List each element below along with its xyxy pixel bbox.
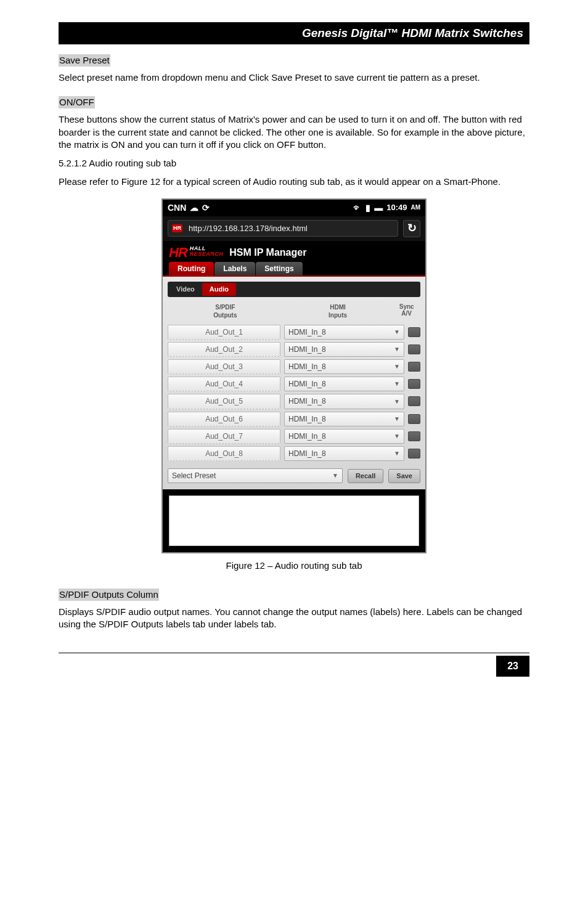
spdif-heading: S/PDIF Outputs Column — [59, 589, 159, 601]
chevron-down-icon: ▼ — [394, 449, 400, 458]
app-title: HSM IP Manager — [229, 246, 306, 259]
spdif-body: Displays S/PDIF audio output names. You … — [59, 606, 529, 631]
sub-tabs: Video Audio — [168, 282, 420, 297]
table-header: S/PDIF Outputs HDMI Inputs Sync A/V — [168, 301, 420, 322]
audio-row: Aud_Out_3HDMI_In_8▼ — [168, 359, 420, 374]
figure-caption: Figure 12 – Audio routing sub tab — [59, 560, 529, 572]
status-ampm: AM — [410, 203, 420, 212]
tab-routing[interactable]: Routing — [169, 262, 214, 275]
doc-title: Genesis Digital™ HDMI Matrix Switches — [302, 26, 523, 39]
page-number: 23 — [496, 656, 529, 677]
footer: 23 — [59, 653, 529, 677]
onoff-body: These buttons show the current status of… — [59, 113, 529, 151]
sync-av-toggle[interactable] — [408, 362, 420, 372]
output-label: Aud_Out_7 — [168, 429, 280, 444]
input-select[interactable]: HDMI_In_8▼ — [284, 377, 404, 391]
app-header: HR HALL RESEARCH HSM IP Manager — [163, 241, 425, 262]
reload-icon: ↻ — [407, 221, 417, 235]
audio-row: Aud_Out_6HDMI_In_8▼ — [168, 412, 420, 426]
hr-logo: HR HALL RESEARCH — [169, 246, 223, 259]
audio-row: Aud_Out_7HDMI_In_8▼ — [168, 429, 420, 444]
recall-button[interactable]: Recall — [348, 469, 383, 483]
input-select[interactable]: HDMI_In_8▼ — [284, 412, 404, 426]
chevron-down-icon: ▼ — [394, 380, 400, 388]
status-bar: CNN ☁ ⟳ ᯤ ▮ ▬ 10:49AM — [163, 200, 425, 216]
input-select[interactable]: HDMI_In_8▼ — [284, 446, 404, 461]
output-label: Aud_Out_8 — [168, 446, 280, 461]
sync-av-toggle[interactable] — [408, 327, 420, 337]
tab-settings[interactable]: Settings — [256, 262, 302, 275]
subtab-audio[interactable]: Audio — [202, 283, 236, 296]
reload-button[interactable]: ↻ — [403, 220, 420, 237]
battery-icon: ▬ — [374, 202, 383, 214]
chevron-down-icon: ▼ — [394, 345, 400, 354]
onoff-heading: ON/OFF — [59, 96, 95, 108]
sync-av-toggle[interactable] — [408, 414, 420, 424]
weather-icon: ☁ — [190, 202, 198, 214]
output-label: Aud_Out_6 — [168, 412, 280, 426]
save-preset-body: Select preset name from dropdown menu an… — [59, 71, 529, 84]
audio-row: Aud_Out_1HDMI_In_8▼ — [168, 325, 420, 340]
audio-row: Aud_Out_4HDMI_In_8▼ — [168, 377, 420, 391]
input-select[interactable]: HDMI_In_8▼ — [284, 359, 404, 374]
save-button[interactable]: Save — [388, 469, 420, 483]
sync-av-toggle[interactable] — [408, 449, 420, 459]
browser-url-bar: HR http://192.168.123.178/index.html ↻ — [163, 216, 425, 241]
input-select[interactable]: HDMI_In_8▼ — [284, 342, 404, 357]
audio-subtab-body: Please refer to Figure 12 for a typical … — [59, 176, 529, 188]
output-label: Aud_Out_4 — [168, 377, 280, 391]
output-label: Aud_Out_3 — [168, 359, 280, 374]
phone-screenshot: CNN ☁ ⟳ ᯤ ▮ ▬ 10:49AM HR http://192.168.… — [161, 198, 427, 554]
subtab-video[interactable]: Video — [169, 283, 202, 296]
doc-header-bar: Genesis Digital™ HDMI Matrix Switches — [59, 22, 529, 44]
main-tabs: Routing Labels Settings — [163, 262, 425, 277]
output-label: Aud_Out_1 — [168, 325, 280, 340]
sync-av-toggle[interactable] — [408, 396, 420, 406]
signal-icon: ▮ — [365, 202, 370, 214]
chevron-down-icon: ▼ — [394, 432, 400, 441]
output-label: Aud_Out_2 — [168, 342, 280, 357]
sync-av-toggle[interactable] — [408, 431, 420, 441]
tab-labels[interactable]: Labels — [214, 262, 255, 275]
audio-row: Aud_Out_8HDMI_In_8▼ — [168, 446, 420, 461]
sync-av-toggle[interactable] — [408, 344, 420, 354]
cnn-icon: CNN — [168, 202, 186, 214]
audio-subtab-heading: 5.2.1.2 Audio routing sub tab — [59, 157, 529, 169]
sync-av-toggle[interactable] — [408, 379, 420, 389]
save-preset-heading: Save Preset — [59, 54, 110, 67]
url-input[interactable]: HR http://192.168.123.178/index.html — [168, 220, 398, 237]
blank-area — [169, 495, 419, 546]
chevron-down-icon: ▼ — [394, 328, 400, 336]
wifi-icon: ᯤ — [353, 202, 362, 214]
audio-row: Aud_Out_2HDMI_In_8▼ — [168, 342, 420, 357]
url-text: http://192.168.123.178/index.html — [189, 223, 308, 234]
sync-icon: ⟳ — [202, 202, 210, 214]
favicon-icon: HR — [172, 224, 182, 232]
input-select[interactable]: HDMI_In_8▼ — [284, 429, 404, 444]
preset-select[interactable]: Select Preset ▼ — [168, 468, 343, 483]
chevron-down-icon: ▼ — [394, 397, 400, 406]
output-label: Aud_Out_5 — [168, 394, 280, 409]
routing-panel: Video Audio S/PDIF Outputs HDMI Inputs S… — [163, 277, 425, 490]
status-time: 10:49 — [386, 202, 407, 213]
chevron-down-icon: ▼ — [394, 362, 400, 371]
chevron-down-icon: ▼ — [332, 471, 338, 480]
input-select[interactable]: HDMI_In_8▼ — [284, 325, 404, 340]
preset-row: Select Preset ▼ Recall Save — [168, 468, 420, 483]
chevron-down-icon: ▼ — [394, 415, 400, 423]
input-select[interactable]: HDMI_In_8▼ — [284, 394, 404, 409]
audio-row: Aud_Out_5HDMI_In_8▼ — [168, 394, 420, 409]
